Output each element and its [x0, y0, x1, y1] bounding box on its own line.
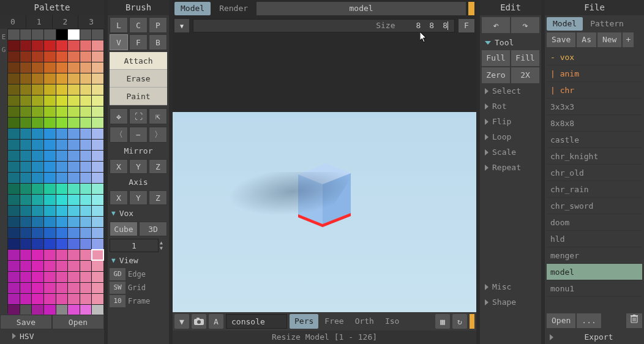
brush-mode-attach[interactable]: Attach: [110, 52, 167, 70]
palette-swatch[interactable]: [8, 272, 20, 282]
palette-swatch[interactable]: [92, 62, 103, 73]
file-tab-pattern[interactable]: Pattern: [584, 17, 630, 31]
palette-swatch[interactable]: [92, 283, 103, 293]
palette-swatch[interactable]: [8, 206, 20, 216]
palette-swatch[interactable]: [68, 73, 80, 84]
palette-swatch[interactable]: [44, 305, 56, 315]
palette-swatch[interactable]: [68, 62, 80, 73]
palette-swatch[interactable]: [80, 62, 92, 73]
palette-swatch[interactable]: [44, 294, 56, 304]
palette-swatch[interactable]: [32, 184, 43, 194]
palette-swatch[interactable]: [92, 305, 103, 315]
fit-button[interactable]: F: [459, 19, 474, 32]
dropdown-toggle-icon[interactable]: ▼: [174, 19, 189, 32]
palette-swatch[interactable]: [32, 140, 43, 150]
dropdown-toggle-icon[interactable]: ▼: [174, 314, 189, 329]
file-item[interactable]: doom: [547, 214, 642, 231]
edit-section-misc[interactable]: Misc: [480, 279, 541, 294]
palette-swatch[interactable]: [92, 107, 103, 117]
palette-swatch[interactable]: [32, 107, 43, 117]
color-indicator[interactable]: [468, 2, 474, 15]
palette-swatch[interactable]: [80, 162, 92, 172]
palette-index-3[interactable]: 3: [78, 15, 104, 29]
redo-icon[interactable]: ↷: [511, 17, 539, 33]
palette-swatch[interactable]: [92, 95, 103, 106]
palette-open-button[interactable]: Open: [52, 315, 104, 329]
palette-swatch[interactable]: [92, 140, 103, 150]
brush-shape-p[interactable]: P: [149, 17, 167, 33]
palette-swatch[interactable]: [44, 84, 56, 95]
palette-swatch[interactable]: [56, 206, 68, 216]
palette-swatch[interactable]: [68, 40, 80, 51]
palette-swatch[interactable]: [44, 283, 56, 293]
palette-swatch[interactable]: [32, 272, 43, 282]
file-item[interactable]: monu1: [547, 280, 642, 297]
palette-swatch[interactable]: [92, 162, 103, 172]
proj-iso[interactable]: Iso: [380, 314, 404, 329]
palette-swatch[interactable]: [56, 95, 68, 106]
palette-swatch[interactable]: [68, 95, 80, 106]
edit-section-select[interactable]: Select: [480, 83, 541, 99]
palette-swatch[interactable]: [68, 151, 80, 161]
palette-swatch[interactable]: [80, 151, 92, 161]
palette-swatch[interactable]: [56, 84, 68, 95]
palette-swatch[interactable]: [44, 107, 56, 117]
next-icon[interactable]: 〉: [149, 127, 167, 143]
palette-swatch[interactable]: [92, 195, 103, 205]
palette-swatch[interactable]: [44, 40, 56, 51]
palette-swatch[interactable]: [8, 95, 20, 106]
file-item[interactable]: chr_rain: [547, 181, 642, 198]
palette-swatch[interactable]: [44, 62, 56, 73]
palette-swatch[interactable]: [80, 107, 92, 117]
palette-swatch[interactable]: [80, 283, 92, 293]
palette-swatch[interactable]: [8, 294, 20, 304]
palette-swatch[interactable]: [56, 173, 68, 183]
palette-swatch[interactable]: [32, 95, 43, 106]
brush-mode-erase[interactable]: Erase: [110, 70, 167, 88]
palette-swatch[interactable]: [44, 217, 56, 227]
palette-swatch[interactable]: [20, 217, 32, 227]
edit-section-scale[interactable]: Scale: [480, 144, 541, 160]
palette-swatch[interactable]: [92, 294, 103, 304]
palette-swatch[interactable]: [92, 73, 103, 84]
a-button[interactable]: A: [209, 314, 223, 329]
palette-swatch[interactable]: [56, 261, 68, 271]
palette-swatch[interactable]: [20, 261, 32, 271]
palette-swatch[interactable]: [92, 40, 103, 51]
palette-swatch[interactable]: [32, 239, 43, 249]
palette-swatch[interactable]: [8, 40, 20, 51]
file-saveas-button[interactable]: As: [577, 32, 596, 47]
viewport-3d[interactable]: [173, 34, 476, 312]
file-tab-model[interactable]: Model: [547, 17, 583, 31]
palette-swatch[interactable]: [68, 84, 80, 95]
palette-swatch[interactable]: [20, 95, 32, 106]
file-add-button[interactable]: +: [623, 32, 634, 47]
palette-swatch[interactable]: [56, 217, 68, 227]
palette-swatch[interactable]: [20, 173, 32, 183]
palette-swatch[interactable]: [8, 162, 20, 172]
palette-swatch[interactable]: [80, 118, 92, 128]
palette-swatch[interactable]: [8, 195, 20, 205]
palette-index-1[interactable]: 1: [26, 15, 53, 29]
palette-swatch[interactable]: [56, 162, 68, 172]
palette-swatch[interactable]: [8, 51, 20, 62]
palette-swatch[interactable]: [20, 140, 32, 150]
palette-swatch[interactable]: [56, 151, 68, 161]
palette-swatch[interactable]: [32, 173, 43, 183]
palette-swatch[interactable]: [68, 261, 80, 271]
palette-swatch[interactable]: [80, 129, 92, 139]
palette-swatch[interactable]: [20, 84, 32, 95]
palette-swatch[interactable]: [32, 84, 43, 95]
palette-swatch[interactable]: [20, 184, 32, 194]
palette-swatch[interactable]: [8, 239, 20, 249]
palette-swatch[interactable]: [80, 29, 92, 40]
view-tag[interactable]: GD: [110, 268, 125, 280]
palette-swatch[interactable]: [92, 29, 103, 40]
minus-icon[interactable]: −: [129, 127, 148, 143]
vox-count-value[interactable]: 1: [110, 239, 159, 252]
palette-swatch[interactable]: [32, 151, 43, 161]
file-item[interactable]: 8x8x8: [547, 115, 642, 132]
vox-count-spinner[interactable]: 1 ▲▼: [108, 237, 169, 253]
file-item[interactable]: model: [547, 264, 642, 280]
file-export-row[interactable]: Export: [545, 330, 644, 344]
